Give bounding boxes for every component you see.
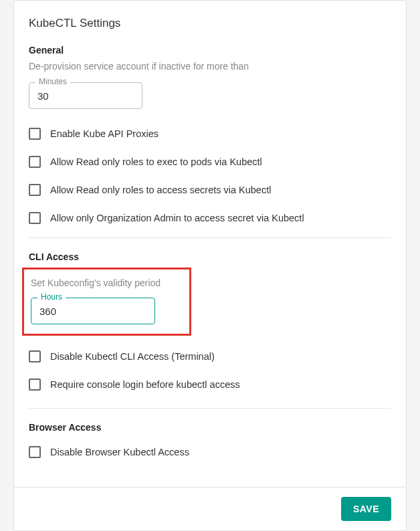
highlight-box: Set Kubeconfig's validity period Hours <box>22 268 191 336</box>
checkbox-readonly-secrets[interactable] <box>29 184 41 196</box>
checkbox-readonly-exec-label: Allow Read only roles to exec to pods vi… <box>50 156 262 167</box>
page-title: KubeCTL Settings <box>29 17 391 30</box>
hours-field-label: Hours <box>37 292 66 302</box>
checkbox-readonly-secrets-label: Allow Read only roles to access secrets … <box>50 185 271 195</box>
section-browser-label: Browser Access <box>29 422 391 433</box>
divider <box>29 237 391 238</box>
hours-input[interactable] <box>31 298 155 324</box>
section-general-sub: De-provision service account if inactive… <box>29 61 391 72</box>
checkbox-enable-proxies-label: Enable Kube API Proxies <box>50 128 159 139</box>
checkbox-disable-cli-label: Disable Kubectl CLI Access (Terminal) <box>50 351 215 362</box>
checkbox-orgadmin-secret[interactable] <box>29 212 41 224</box>
minutes-input[interactable] <box>29 82 142 109</box>
checkbox-require-console-login-label: Require console login before kubectl acc… <box>50 379 240 390</box>
checkbox-disable-browser[interactable] <box>29 446 41 458</box>
checkbox-require-console-login[interactable] <box>29 379 41 391</box>
checkbox-disable-browser-label: Disable Browser Kubectl Access <box>50 447 189 457</box>
section-general-label: General <box>29 45 391 56</box>
section-cli-sub: Set Kubeconfig's validity period <box>31 278 181 288</box>
minutes-field-label: Minutes <box>35 77 70 86</box>
checkbox-readonly-exec[interactable] <box>29 156 41 168</box>
checkbox-orgadmin-secret-label: Allow only Organization Admin to access … <box>50 213 304 223</box>
save-button[interactable]: SAVE <box>341 497 391 521</box>
checkbox-enable-proxies[interactable] <box>29 128 41 140</box>
checkbox-disable-cli[interactable] <box>29 350 41 362</box>
section-cli-label: CLI Access <box>29 251 391 262</box>
divider <box>29 408 391 409</box>
